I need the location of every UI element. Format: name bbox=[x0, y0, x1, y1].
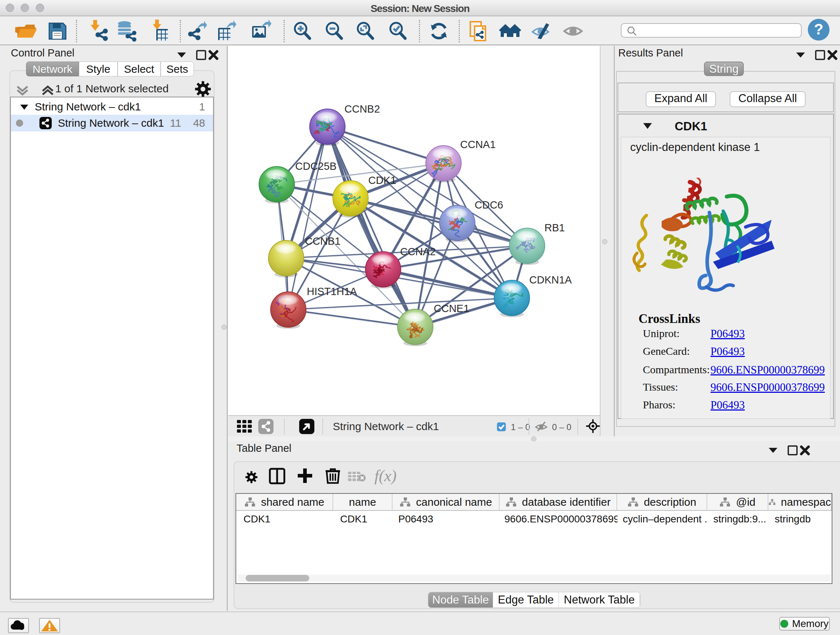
svg-text:CCNA2: CCNA2 bbox=[400, 246, 436, 257]
svg-text:CDC6: CDC6 bbox=[475, 199, 503, 211]
svg-text:RB1: RB1 bbox=[545, 222, 565, 233]
svg-text:CCNE1: CCNE1 bbox=[434, 302, 469, 314]
svg-text:CCNA1: CCNA1 bbox=[460, 139, 496, 150]
svg-text:CDKN1A: CDKN1A bbox=[529, 274, 572, 286]
svg-text:CCNB1: CCNB1 bbox=[305, 235, 340, 247]
svg-text:CDK1: CDK1 bbox=[368, 174, 396, 186]
svg-text:HIST1H1A: HIST1H1A bbox=[307, 286, 357, 297]
svg-text:CCNB2: CCNB2 bbox=[344, 103, 380, 115]
svg-text:CDC25B: CDC25B bbox=[295, 160, 336, 172]
